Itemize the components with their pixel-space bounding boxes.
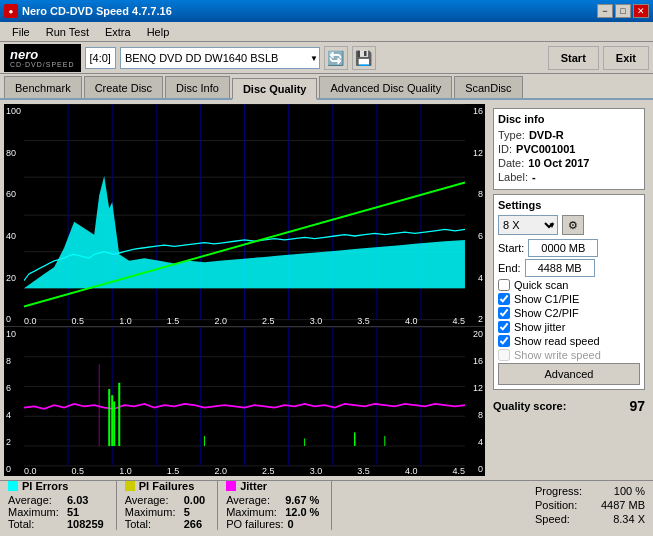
nero-logo: nero CD·DVD/SPEED <box>4 44 81 72</box>
show-jitter-checkbox[interactable] <box>498 321 510 333</box>
right-panel: Disc info Type: DVD-R ID: PVC001001 Date… <box>489 104 649 480</box>
pi-failures-group: PI Failures Average: 0.00 Maximum: 5 Tot… <box>125 480 218 530</box>
tabs: Benchmark Create Disc Disc Info Disc Qua… <box>0 74 653 100</box>
nero-logo-text: nero <box>10 48 75 61</box>
disc-label-value: - <box>532 171 536 183</box>
speed-value: 8.34 X <box>613 513 645 525</box>
jitter-avg-value: 9.67 % <box>285 494 319 506</box>
drive-selector[interactable]: BENQ DVD DD DW1640 BSLB <box>120 47 320 69</box>
disc-label-row: Label: - <box>498 171 640 183</box>
show-jitter-row: Show jitter <box>498 321 640 333</box>
tab-scandisc[interactable]: ScanDisc <box>454 76 522 98</box>
disc-date-row: Date: 10 Oct 2017 <box>498 157 640 169</box>
tab-disc-quality[interactable]: Disc Quality <box>232 78 318 100</box>
title-bar-controls: − □ ✕ <box>597 4 649 18</box>
end-label: End: <box>498 262 521 274</box>
speed-row: 8 X ⚙ <box>498 215 640 235</box>
show-read-label: Show read speed <box>514 335 600 347</box>
exit-button[interactable]: Exit <box>603 46 649 70</box>
show-c2-checkbox[interactable] <box>498 307 510 319</box>
app-icon: ● <box>4 4 18 18</box>
menu-file[interactable]: File <box>4 24 38 40</box>
bottom-chart-svg <box>4 327 485 476</box>
disc-label-label: Label: <box>498 171 528 183</box>
minimize-button[interactable]: − <box>597 4 613 18</box>
jitter-max-row: Maximum: 12.0 % <box>226 506 319 518</box>
jitter-group: Jitter Average: 9.67 % Maximum: 12.0 % P… <box>226 480 332 530</box>
show-write-checkbox[interactable] <box>498 349 510 361</box>
menu-help[interactable]: Help <box>139 24 178 40</box>
disc-type-label: Type: <box>498 129 525 141</box>
bottom-chart-y-left: 10 8 6 4 2 0 <box>4 327 18 476</box>
pi-errors-avg-value: 6.03 <box>67 494 88 506</box>
top-chart-svg <box>4 104 485 326</box>
progress-section: Progress: 100 % Position: 4487 MB Speed:… <box>535 485 645 525</box>
refresh-button[interactable]: 🔄 <box>324 46 348 70</box>
tab-create-disc[interactable]: Create Disc <box>84 76 163 98</box>
jitter-color <box>226 481 236 491</box>
drive-selector-wrapper[interactable]: BENQ DVD DD DW1640 BSLB <box>120 47 320 69</box>
show-c1-checkbox[interactable] <box>498 293 510 305</box>
pi-failures-avg-row: Average: 0.00 <box>125 494 205 506</box>
start-input[interactable] <box>528 239 598 257</box>
end-input[interactable] <box>525 259 595 277</box>
tab-advanced-disc-quality[interactable]: Advanced Disc Quality <box>319 76 452 98</box>
drive-label: [4:0] <box>90 52 111 64</box>
jitter-avg-row: Average: 9.67 % <box>226 494 319 506</box>
pi-errors-header: PI Errors <box>8 480 104 492</box>
chart-area: 100 80 60 40 20 0 16 12 8 6 4 2 <box>4 104 485 476</box>
top-chart-y-left: 100 80 60 40 20 0 <box>4 104 23 326</box>
jitter-max-value: 12.0 % <box>285 506 319 518</box>
pi-failures-avg-value: 0.00 <box>184 494 205 506</box>
advanced-button[interactable]: Advanced <box>498 363 640 385</box>
show-c1-row: Show C1/PIE <box>498 293 640 305</box>
start-row: Start: <box>498 239 640 257</box>
top-chart-x-axis: 0.0 0.5 1.0 1.5 2.0 2.5 3.0 3.5 4.0 4.5 <box>24 316 465 326</box>
pi-failures-label: PI Failures <box>139 480 195 492</box>
quick-scan-checkbox[interactable] <box>498 279 510 291</box>
tab-benchmark[interactable]: Benchmark <box>4 76 82 98</box>
disc-date-label: Date: <box>498 157 524 169</box>
jitter-label: Jitter <box>240 480 267 492</box>
maximize-button[interactable]: □ <box>615 4 631 18</box>
drive-info: [4:0] <box>85 47 116 69</box>
quick-scan-row: Quick scan <box>498 279 640 291</box>
disc-type-row: Type: DVD-R <box>498 129 640 141</box>
jitter-po-value: 0 <box>288 518 294 530</box>
show-jitter-label: Show jitter <box>514 321 565 333</box>
progress-value: 100 % <box>614 485 645 497</box>
position-label: Position: <box>535 499 577 511</box>
speed-options-button[interactable]: ⚙ <box>562 215 584 235</box>
status-bar: PI Errors Average: 6.03 Maximum: 51 Tota… <box>0 480 653 528</box>
menu-run-test[interactable]: Run Test <box>38 24 97 40</box>
top-chart-y-right: 16 12 8 6 4 2 <box>471 104 485 326</box>
pi-failures-color <box>125 481 135 491</box>
show-read-checkbox[interactable] <box>498 335 510 347</box>
show-c1-label: Show C1/PIE <box>514 293 579 305</box>
speed-label: Speed: <box>535 513 570 525</box>
pi-failures-max-label: Maximum: <box>125 506 180 518</box>
speed-selector-wrapper[interactable]: 8 X <box>498 215 558 235</box>
jitter-po-label: PO failures: <box>226 518 283 530</box>
settings-panel: Settings 8 X ⚙ Start: End: Quick scan <box>493 194 645 390</box>
disc-info-panel: Disc info Type: DVD-R ID: PVC001001 Date… <box>493 108 645 190</box>
pi-failures-max-value: 5 <box>184 506 190 518</box>
close-button[interactable]: ✕ <box>633 4 649 18</box>
pi-errors-total-value: 108259 <box>67 518 104 530</box>
quality-row: Quality score: 97 <box>493 398 645 414</box>
pi-errors-label: PI Errors <box>22 480 68 492</box>
progress-label: Progress: <box>535 485 582 497</box>
bottom-chart-y-right: 20 16 12 8 4 0 <box>471 327 485 476</box>
menu-extra[interactable]: Extra <box>97 24 139 40</box>
pi-errors-group: PI Errors Average: 6.03 Maximum: 51 Tota… <box>8 480 117 530</box>
start-button[interactable]: Start <box>548 46 599 70</box>
pi-errors-total-row: Total: 108259 <box>8 518 104 530</box>
pi-errors-avg-label: Average: <box>8 494 63 506</box>
progress-position-row: Position: 4487 MB <box>535 499 645 511</box>
bottom-chart: 10 8 6 4 2 0 20 16 12 8 4 0 <box>4 327 485 476</box>
speed-selector[interactable]: 8 X <box>498 215 558 235</box>
tab-disc-info[interactable]: Disc Info <box>165 76 230 98</box>
save-button[interactable]: 💾 <box>352 46 376 70</box>
jitter-avg-label: Average: <box>226 494 281 506</box>
pi-failures-header: PI Failures <box>125 480 205 492</box>
